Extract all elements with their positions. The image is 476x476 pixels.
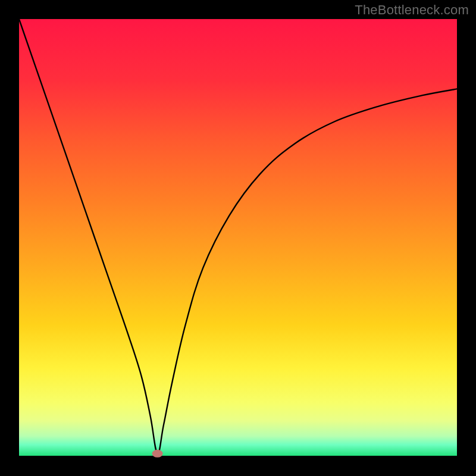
chart-frame: TheBottleneck.com xyxy=(0,0,476,476)
optimum-marker xyxy=(152,450,163,458)
watermark-text: TheBottleneck.com xyxy=(355,2,469,18)
plot-background xyxy=(19,19,457,456)
bottleneck-chart xyxy=(0,0,476,476)
